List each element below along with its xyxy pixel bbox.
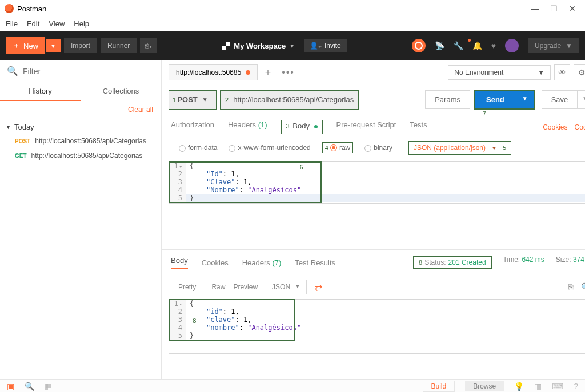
chevron-down-icon: ▼ — [491, 145, 497, 151]
workspace-selector[interactable]: My Workspace — [234, 42, 286, 50]
bodytype-raw[interactable]: 4 raw — [322, 142, 353, 153]
menubar: File Edit View Help — [0, 17, 585, 31]
response-tab-headers[interactable]: Headers (7) — [242, 258, 282, 267]
titlebar: Postman — ☐ ✕ — [0, 0, 585, 17]
response-tab-body[interactable]: Body — [171, 256, 188, 269]
save-button[interactable]: Save — [542, 90, 578, 109]
menu-file[interactable]: File — [6, 19, 18, 28]
tab-history[interactable]: History — [0, 82, 81, 101]
chevron-down-icon: ▼ — [295, 283, 300, 291]
notification-wrench-icon[interactable]: 🔧 — [454, 41, 463, 50]
send-button[interactable]: Send — [475, 91, 516, 108]
callout-1: 1 — [173, 96, 176, 103]
help-icon[interactable]: ? — [574, 382, 578, 391]
avatar[interactable] — [505, 39, 519, 52]
tab-collections[interactable]: Collections — [81, 82, 161, 101]
method-badge: POST — [15, 138, 30, 144]
unsaved-dot-icon — [246, 70, 250, 75]
keyboard-icon[interactable]: ⌨ — [552, 382, 563, 391]
window-title: Postman — [17, 5, 46, 13]
history-item[interactable]: POST http://localhost:50685/api/Categori… — [0, 134, 161, 148]
tab-tests[interactable]: Tests — [410, 120, 427, 134]
tab-options-button[interactable]: ••• — [278, 65, 298, 80]
invite-button[interactable]: 👤₊Invite — [304, 39, 347, 52]
save-dropdown[interactable]: ▼ — [578, 90, 585, 109]
history-today-header[interactable]: ▼ Today — [0, 120, 161, 134]
bodytype-formdata[interactable]: form-data — [179, 144, 217, 152]
tab-body[interactable]: 3 Body — [281, 120, 323, 134]
statusbar: ▣ 🔍 ▦ Build Browse 💡 ▥ ⌨ ? — [0, 379, 585, 392]
workspace-dropdown-icon[interactable]: ▼ — [289, 43, 295, 49]
send-dropdown[interactable]: ▼ — [516, 91, 534, 108]
sync-icon[interactable] — [412, 39, 426, 52]
response-status: 8 Status: 201 Created — [413, 256, 492, 269]
history-item[interactable]: GET http://localhost:50685/api/Categoria… — [0, 148, 161, 163]
workspace-grid-icon — [222, 42, 230, 50]
response-tab-cookies[interactable]: Cookies — [202, 258, 229, 267]
search-icon: 🔍 — [7, 66, 18, 76]
params-button[interactable]: Params — [425, 90, 470, 109]
filter-input[interactable] — [23, 67, 154, 76]
menu-view[interactable]: View — [49, 19, 65, 28]
environment-quicklook-button[interactable]: 👁 — [554, 64, 570, 80]
url-input[interactable]: 2 http://localhost:50685/api/Categorias — [220, 90, 359, 110]
maximize-icon[interactable]: ☐ — [550, 4, 558, 13]
request-tab[interactable]: http://localhost:50685 — [169, 64, 258, 80]
runner-button[interactable]: Runner — [101, 38, 137, 53]
bodytype-urlencoded[interactable]: x-www-form-urlencoded — [229, 144, 310, 152]
history-url: http://localhost:50685/api/Categorias — [31, 152, 143, 160]
response-tab-tests[interactable]: Test Results — [295, 258, 335, 267]
wrap-lines-icon[interactable]: ⇄ — [315, 282, 322, 293]
tab-authorization[interactable]: Authorization — [171, 120, 214, 134]
environment-selector[interactable]: No Environment▼ — [448, 65, 551, 80]
clear-all-link[interactable]: Clear all — [0, 101, 161, 118]
request-body-editor[interactable]: 6 1▾{ 2 "Id": 1, 3 "Clave": 1, 4 "Nombre… — [169, 161, 585, 204]
heart-icon[interactable]: ♥ — [491, 41, 496, 50]
new-button[interactable]: ＋New — [6, 37, 45, 54]
menu-edit[interactable]: Edit — [27, 19, 39, 28]
copy-icon[interactable]: ⎘ — [568, 282, 573, 292]
code-link[interactable]: Code — [575, 123, 585, 131]
method-selector[interactable]: 1 POST ▼ — [169, 90, 217, 110]
satellite-icon[interactable]: 📡 — [435, 41, 444, 50]
chevron-down-icon: ▼ — [202, 96, 208, 103]
browse-button[interactable]: Browse — [465, 381, 504, 391]
plus-icon: ＋ — [13, 41, 20, 51]
bell-icon[interactable]: 🔔 — [472, 41, 482, 50]
contenttype-selector[interactable]: JSON (application/json) ▼ 5 — [408, 141, 511, 155]
view-preview[interactable]: Preview — [233, 283, 258, 291]
build-button[interactable]: Build — [423, 381, 455, 392]
person-add-icon: 👤₊ — [310, 42, 322, 50]
view-raw[interactable]: Raw — [211, 283, 225, 291]
add-tab-button[interactable]: + — [260, 64, 276, 80]
menu-help[interactable]: Help — [74, 19, 89, 28]
main-toolbar: ＋New ▼ Import Runner ⎘▾ My Workspace ▼ 👤… — [0, 31, 585, 60]
tab-headers[interactable]: Headers (1) — [228, 120, 267, 134]
bodytype-binary[interactable]: binary — [364, 144, 392, 152]
search-response-icon[interactable]: 🔍 — [581, 282, 585, 292]
callout-4: 4 — [325, 144, 328, 151]
modified-dot-icon — [314, 125, 318, 128]
capture-button[interactable]: ⎘▾ — [140, 38, 157, 53]
minimize-icon[interactable]: — — [531, 4, 539, 13]
twopane-icon[interactable]: ▥ — [534, 382, 542, 391]
callout-8: 8 — [419, 259, 422, 266]
view-pretty[interactable]: Pretty — [171, 280, 203, 294]
format-selector[interactable]: JSON▼ — [266, 280, 307, 294]
upgrade-button[interactable]: Upgrade▼ — [528, 38, 579, 53]
content-area: http://localhost:50685 + ••• No Environm… — [162, 60, 585, 379]
close-icon[interactable]: ✕ — [569, 4, 576, 13]
callout-3: 3 — [286, 123, 290, 130]
bootcamp-icon[interactable]: 💡 — [514, 382, 524, 391]
new-dropdown[interactable]: ▼ — [46, 39, 61, 52]
console-icon[interactable]: ▦ — [45, 382, 52, 391]
environment-settings-button[interactable]: ⚙ — [574, 64, 585, 80]
tab-prerequest[interactable]: Pre-request Script — [336, 120, 396, 134]
sidebar-toggle-icon[interactable]: ▣ — [7, 382, 14, 391]
response-body-editor[interactable]: 8 1▾{ 2 "id": 1, 3 "clave": 1, 4 "nombre… — [169, 299, 585, 354]
history-url: http://localhost:50685/api/Categorias — [35, 137, 146, 145]
import-button[interactable]: Import — [64, 38, 97, 53]
cookies-link[interactable]: Cookies — [543, 123, 567, 131]
find-icon[interactable]: 🔍 — [25, 382, 34, 391]
method-badge: GET — [15, 153, 27, 159]
